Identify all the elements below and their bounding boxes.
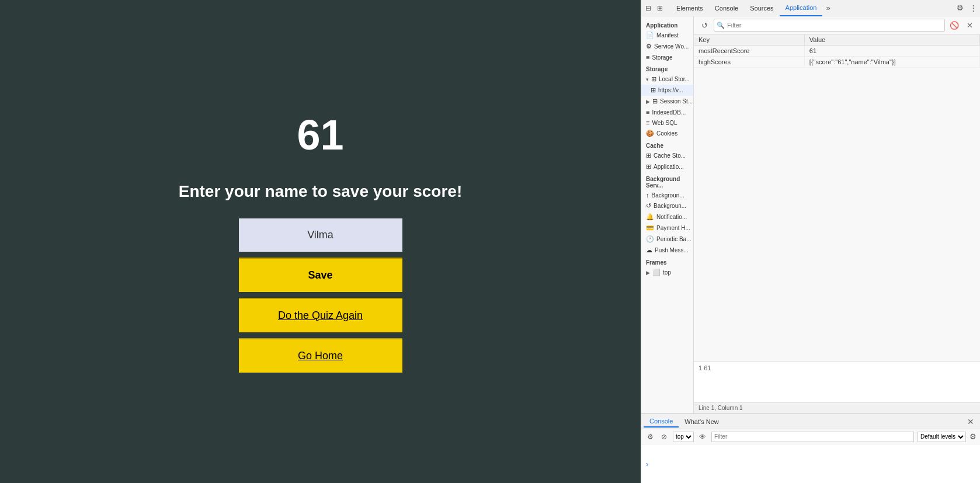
web-sql-label: Web SQL bbox=[652, 120, 677, 126]
sidebar-item-storage-main[interactable]: ≡ Storage bbox=[641, 52, 693, 62]
indexed-db-label: IndexedDB... bbox=[652, 109, 686, 116]
payment-handler-label: Payment H... bbox=[656, 225, 690, 231]
sidebar-item-session-storage[interactable]: ▶ ⊞ Session St... bbox=[641, 96, 693, 107]
more-options-icon[interactable]: ⋮ bbox=[968, 4, 978, 13]
tab-console[interactable]: Console bbox=[709, 0, 744, 16]
more-tabs-icon[interactable]: » bbox=[822, 1, 833, 15]
service-worker-label: Service Wo... bbox=[654, 43, 689, 50]
console-settings-icon[interactable]: ⚙ bbox=[645, 432, 655, 442]
dock-left-icon[interactable]: ⊟ bbox=[644, 4, 653, 13]
frames-top-label: top bbox=[663, 269, 671, 276]
table-row[interactable]: mostRecentScore 61 bbox=[694, 46, 980, 57]
manifest-icon: 📄 bbox=[646, 32, 654, 39]
value-column-header: Value bbox=[804, 34, 979, 46]
app-panel-header: ↺ 🔍 🚫 ✕ bbox=[694, 16, 980, 34]
sidebar-item-push-messaging[interactable]: ☁ Push Mess... bbox=[641, 245, 693, 256]
go-home-button[interactable]: Go Home bbox=[239, 338, 402, 373]
devtools-tabs: Elements Console Sources Application » bbox=[670, 0, 834, 16]
row2-key: highScores bbox=[694, 57, 804, 68]
bg-services-section-label: Background Serv... bbox=[641, 172, 693, 190]
local-storage-icon: ⊞ bbox=[651, 75, 656, 83]
save-button[interactable]: Save bbox=[239, 258, 402, 292]
sidebar-item-app-cache[interactable]: ⊞ Applicatio... bbox=[641, 161, 693, 172]
devtools-topbar-icons: ⊟ ⊞ bbox=[644, 4, 665, 13]
console-eye-icon[interactable]: 👁 bbox=[697, 432, 708, 442]
sidebar-item-service-worker[interactable]: ⚙ Service Wo... bbox=[641, 41, 693, 52]
bg-fetch-icon: ↑ bbox=[646, 192, 649, 199]
key-column-header: Key bbox=[694, 34, 804, 46]
console-tabs: Console What's New ✕ bbox=[641, 414, 980, 429]
row1-key: mostRecentScore bbox=[694, 46, 804, 57]
settings-icon[interactable]: ⚙ bbox=[955, 4, 965, 13]
sidebar-item-frames-top[interactable]: ▶ ⬜ top bbox=[641, 267, 693, 278]
console-tab[interactable]: Console bbox=[644, 416, 679, 428]
devtools-topbar-right: ⚙ ⋮ bbox=[955, 4, 978, 13]
tab-application[interactable]: Application bbox=[780, 0, 823, 16]
sidebar-item-bg-fetch[interactable]: ↑ Backgroun... bbox=[641, 190, 693, 200]
session-storage-label: Session St... bbox=[660, 98, 693, 105]
save-prompt: Enter your name to save your score! bbox=[179, 182, 463, 201]
sidebar-item-notifications[interactable]: 🔔 Notificatio... bbox=[641, 211, 693, 223]
console-content: › bbox=[641, 444, 980, 483]
frames-section-label: Frames bbox=[641, 256, 693, 267]
sidebar-item-web-sql[interactable]: ≡ Web SQL bbox=[641, 117, 693, 128]
devtools-panel: ⊟ ⊞ Elements Console Sources Application… bbox=[641, 0, 980, 483]
app-cache-label: Applicatio... bbox=[654, 164, 684, 170]
storage-value-area: 1 61 bbox=[694, 362, 980, 402]
dock-bottom-icon[interactable]: ⊞ bbox=[655, 4, 665, 13]
local-storage-url-icon: ⊞ bbox=[651, 86, 656, 94]
push-messaging-icon: ☁ bbox=[646, 246, 652, 254]
key-value-table: Key Value mostRecentScore 61 highScores … bbox=[694, 34, 980, 68]
push-messaging-label: Push Mess... bbox=[655, 247, 689, 253]
table-header-row: Key Value bbox=[694, 34, 980, 46]
payment-icon: 💳 bbox=[646, 224, 654, 232]
frames-expand-icon: ▶ bbox=[646, 270, 650, 276]
web-sql-icon: ≡ bbox=[646, 119, 649, 126]
storage-icon-main: ≡ bbox=[646, 54, 649, 61]
frames-top-icon: ⬜ bbox=[652, 269, 661, 276]
console-toolbar: ⚙ ⊘ top 👁 Default levels ⚙ bbox=[641, 429, 980, 444]
session-expand-icon: ▶ bbox=[646, 99, 650, 105]
filter-bar: 🔍 bbox=[714, 19, 945, 32]
sidebar-item-cache-storage[interactable]: ⊞ Cache Sto... bbox=[641, 150, 693, 161]
close-console-button[interactable]: ✕ bbox=[964, 417, 978, 426]
sidebar-item-bg-sync[interactable]: ↺ Backgroun... bbox=[641, 200, 693, 211]
sidebar-item-cookies[interactable]: 🍪 Cookies bbox=[641, 128, 693, 139]
cache-storage-label: Cache Sto... bbox=[654, 152, 686, 159]
console-context-select[interactable]: top bbox=[673, 432, 694, 442]
indexed-db-icon: ≡ bbox=[646, 109, 649, 116]
sidebar-item-indexed-db[interactable]: ≡ IndexedDB... bbox=[641, 107, 693, 117]
table-row[interactable]: highScores [{"score":"61","name":"Vilma"… bbox=[694, 57, 980, 68]
console-gear-icon[interactable]: ⚙ bbox=[969, 432, 976, 441]
close-filter-button[interactable]: ✕ bbox=[964, 19, 975, 31]
console-levels-select[interactable]: Default levels bbox=[918, 432, 966, 442]
name-input[interactable] bbox=[239, 218, 402, 252]
console-ban-icon[interactable]: ⊘ bbox=[659, 432, 669, 442]
sidebar-item-manifest[interactable]: 📄 Manifest bbox=[641, 30, 693, 41]
app-area: 61 Enter your name to save your score! S… bbox=[0, 0, 641, 483]
quiz-again-button[interactable]: Do the Quiz Again bbox=[239, 298, 402, 332]
devtools-right-panel: ↺ 🔍 🚫 ✕ Key Value bbox=[694, 16, 980, 413]
clear-filter-button[interactable]: 🚫 bbox=[948, 19, 960, 31]
app-cache-icon: ⊞ bbox=[646, 163, 651, 171]
refresh-button[interactable]: ↺ bbox=[698, 19, 710, 31]
local-storage-label: Local Stor... bbox=[659, 76, 690, 82]
console-filter-input[interactable] bbox=[711, 432, 914, 442]
whats-new-tab[interactable]: What's New bbox=[679, 416, 724, 427]
filter-search-icon: 🔍 bbox=[717, 22, 725, 29]
sidebar-item-payment-handler[interactable]: 💳 Payment H... bbox=[641, 223, 693, 234]
storage-table: Key Value mostRecentScore 61 highScores … bbox=[694, 34, 980, 362]
sidebar-item-periodic-bg-sync[interactable]: 🕐 Periodic Ba... bbox=[641, 234, 693, 245]
manifest-label: Manifest bbox=[656, 32, 679, 39]
sidebar-item-local-storage[interactable]: ▾ ⊞ Local Stor... bbox=[641, 74, 693, 85]
tab-elements[interactable]: Elements bbox=[670, 0, 709, 16]
bg-sync-label: Backgroun... bbox=[654, 203, 686, 209]
storage-main-label: Storage bbox=[652, 54, 672, 61]
bg-sync-icon: ↺ bbox=[646, 202, 651, 210]
tab-sources[interactable]: Sources bbox=[744, 0, 779, 16]
cache-storage-icon: ⊞ bbox=[646, 152, 651, 159]
line-col-label: 1 61 bbox=[698, 364, 711, 371]
bg-fetch-label: Backgroun... bbox=[652, 192, 684, 199]
sidebar-item-local-storage-url[interactable]: ⊞ https://v... bbox=[641, 85, 693, 96]
filter-input[interactable] bbox=[727, 22, 942, 29]
